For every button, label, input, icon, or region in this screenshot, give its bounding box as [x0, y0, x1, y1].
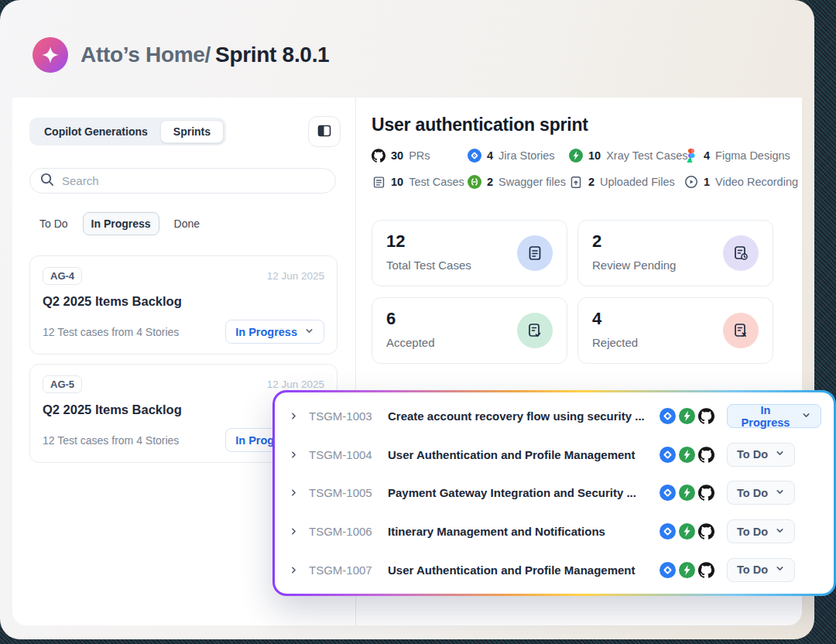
stat-label: Video Recording: [715, 176, 798, 188]
stat-count: 30: [391, 149, 403, 162]
row-source-icons: [660, 447, 714, 463]
test-cases-icon: [372, 175, 385, 189]
chevron-down-icon: [801, 410, 811, 423]
swagger-icon: [468, 175, 481, 189]
row-id: TSGM-1005: [309, 486, 377, 499]
jira-icon: [660, 485, 676, 501]
xray-icon: [679, 408, 695, 424]
row-status-dropdown[interactable]: To Do: [727, 481, 795, 505]
stat-label: Uploaded Files: [600, 176, 675, 188]
status-filters: To Do In Progress Done: [31, 212, 208, 235]
chevron-right-icon[interactable]: [287, 526, 300, 536]
table-row[interactable]: TSGM-1003 Create account recovery flow u…: [287, 397, 821, 436]
filter-in-progress[interactable]: In Progress: [83, 212, 159, 235]
stat-count: 10: [391, 176, 403, 188]
sprint-card-subtitle: 12 Test cases from 4 Stories: [43, 434, 179, 447]
doc-lines-icon: [517, 235, 553, 271]
github-icon: [698, 408, 714, 424]
chevron-down-icon: [304, 326, 314, 338]
stat-label: Test Cases: [409, 176, 464, 188]
stat-count: 2: [588, 176, 594, 188]
stat-label: PRs: [409, 149, 430, 162]
status-value: To Do: [737, 448, 768, 461]
tab-copilot-generations[interactable]: Copilot Generations: [32, 120, 160, 143]
chevron-down-icon: [775, 526, 785, 538]
stat-swagger-files: 2 Swagger files: [468, 175, 569, 189]
github-icon: [372, 149, 385, 163]
row-source-icons: [660, 562, 714, 578]
filter-done[interactable]: Done: [166, 212, 208, 235]
github-icon: [698, 523, 714, 540]
chevron-right-icon[interactable]: [287, 488, 300, 498]
stat-xray-test-cases: 10 Xray Test Cases: [569, 149, 684, 163]
page-title: Sprint 8.0.1: [215, 43, 329, 67]
table-row[interactable]: TSGM-1007 User Authentication and Profil…: [287, 550, 821, 589]
summary-card-total-test-cases: 12 Total Test Cases: [372, 220, 567, 286]
uploaded-files-icon: [569, 175, 583, 189]
video-icon: [684, 175, 698, 189]
row-title: Itinerary Management and Notifications: [388, 525, 652, 538]
sprint-date: 12 Jun 2025: [267, 270, 324, 282]
stat-count: 4: [487, 149, 493, 162]
sprint-card-ag4[interactable]: AG-4 12 Jun 2025 Q2 2025 Items Backlog 1…: [29, 255, 337, 355]
stat-label: Figma Designs: [715, 149, 790, 162]
row-id: TSGM-1006: [309, 525, 377, 538]
jira-icon: [660, 523, 676, 540]
stat-count: 4: [704, 149, 710, 162]
jira-icon: [660, 562, 676, 578]
stat-prs: 30 PRs: [372, 149, 468, 163]
status-value: To Do: [737, 526, 768, 538]
chevron-right-icon[interactable]: [287, 565, 300, 575]
tab-sprints[interactable]: Sprints: [160, 120, 224, 143]
filter-todo[interactable]: To Do: [31, 212, 77, 235]
row-status-dropdown[interactable]: To Do: [727, 443, 795, 467]
search-icon: [39, 172, 54, 190]
chevron-right-icon[interactable]: [287, 411, 300, 421]
app-header: Atto’s Home/Sprint 8.0.1: [12, 12, 802, 98]
stat-test-cases: 10 Test Cases: [372, 175, 468, 189]
test-cases-table: TSGM-1003 Create account recovery flow u…: [275, 392, 834, 594]
sprint-title: User authentication sprint: [372, 115, 588, 135]
stat-count: 10: [588, 149, 601, 162]
doc-check-icon: [517, 313, 553, 348]
doc-x-icon: [723, 313, 759, 348]
chevron-down-icon: [775, 564, 785, 576]
xray-icon: [679, 447, 695, 463]
row-status-dropdown[interactable]: To Do: [727, 519, 795, 543]
doc-clock-icon: [723, 235, 759, 271]
github-icon: [698, 447, 714, 463]
row-status-dropdown[interactable]: To Do: [727, 558, 795, 582]
sprint-id-badge: AG-5: [43, 375, 82, 393]
search-input[interactable]: [62, 174, 326, 187]
table-row[interactable]: TSGM-1005 Payment Gateway Integration an…: [287, 474, 821, 512]
stat-video-recording: 1 Video Recording: [684, 175, 798, 189]
breadcrumb[interactable]: Atto’s Home/: [81, 43, 211, 67]
xray-icon: [679, 523, 695, 540]
xray-icon: [679, 485, 695, 501]
row-title: User Authentication and Profile Manageme…: [388, 564, 652, 577]
table-row[interactable]: TSGM-1004 User Authentication and Profil…: [287, 436, 821, 474]
stat-uploaded-files: 2 Uploaded Files: [569, 175, 684, 189]
status-value: In Progress: [737, 404, 794, 429]
panel-toggle-icon: [317, 124, 331, 140]
row-id: TSGM-1004: [309, 448, 377, 461]
row-status-dropdown[interactable]: In Progress: [727, 404, 821, 428]
test-cases-overlay: TSGM-1003 Create account recovery flow u…: [272, 390, 836, 596]
jira-icon: [660, 408, 676, 424]
app-logo-icon: [33, 37, 68, 73]
sprint-date: 12 Jun 2025: [267, 379, 324, 390]
summary-card-rejected: 4 Rejected: [577, 297, 773, 364]
xray-icon: [679, 562, 695, 578]
view-segmented-control: Copilot Generations Sprints: [29, 118, 226, 146]
sprint-id-badge: AG-4: [43, 267, 82, 285]
sprint-status-dropdown[interactable]: In Progress: [225, 320, 324, 344]
sidebar-toggle-button[interactable]: [308, 116, 341, 147]
row-title: Create account recovery flow using secur…: [388, 409, 652, 423]
stat-jira-stories: 4 Jira Stories: [468, 149, 569, 163]
sprint-card-subtitle: 12 Test cases from 4 Stories: [43, 326, 179, 338]
chevron-right-icon[interactable]: [287, 450, 300, 460]
table-row[interactable]: TSGM-1006 Itinerary Management and Notif…: [287, 512, 821, 551]
jira-icon: [468, 149, 481, 163]
stat-label: Xray Test Cases: [606, 149, 687, 162]
row-title: Payment Gateway Integration and Security…: [388, 486, 652, 499]
